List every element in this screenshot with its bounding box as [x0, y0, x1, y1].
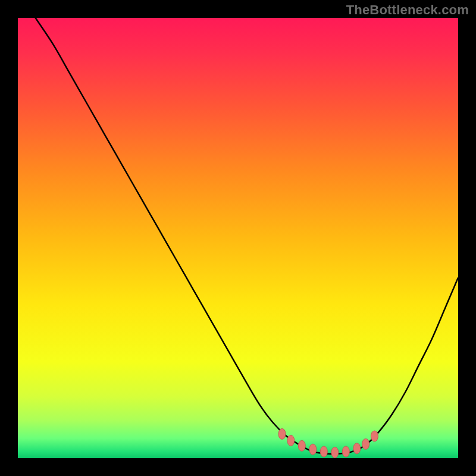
curve-marker — [278, 428, 286, 439]
curve-marker — [342, 446, 349, 457]
curve-marker — [309, 444, 317, 455]
gradient-background — [18, 18, 458, 458]
curve-marker — [362, 439, 369, 449]
chart-container — [18, 18, 458, 458]
curve-marker — [371, 431, 378, 441]
curve-marker — [320, 446, 327, 457]
curve-marker — [287, 435, 295, 446]
curve-marker — [353, 443, 361, 454]
curve-marker — [298, 440, 305, 451]
watermark-text: TheBottleneck.com — [346, 2, 469, 18]
bottleneck-chart — [18, 18, 458, 458]
curve-marker — [331, 447, 339, 458]
